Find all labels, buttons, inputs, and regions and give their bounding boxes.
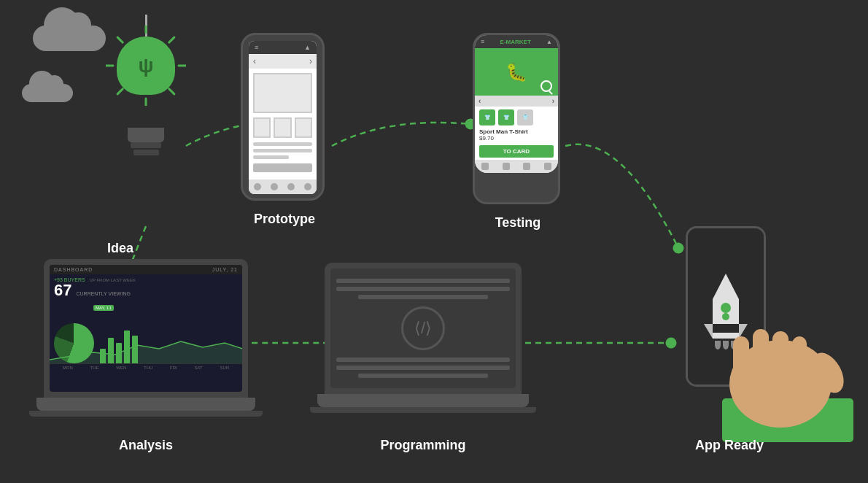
proto-line-2 — [253, 149, 312, 152]
prog-screen-inner: ⟨/⟩ — [330, 268, 516, 388]
to-card-button[interactable]: TO CARD — [479, 145, 554, 158]
testing-label: Testing — [495, 215, 541, 231]
proto-image-box — [253, 73, 312, 113]
bulb-base3 — [133, 150, 159, 155]
proto-menu-icon: ≡ — [255, 44, 258, 51]
proto-nav-arrows: ‹ › — [249, 54, 317, 69]
proto-wifi-icon: ▲ — [304, 44, 311, 51]
svg-rect-13 — [772, 331, 788, 376]
test-market-title: E-MARKET — [500, 39, 531, 45]
proto-small-boxes — [253, 117, 312, 138]
proto-right-arrow: › — [309, 56, 312, 66]
svg-line-6 — [117, 89, 123, 94]
scene: ψ Idea ≡ ▲ ‹ › — [0, 0, 868, 483]
testing-phone: ≡ E-MARKET ▲ 🐛 ‹ › 👕 👕 👕 Sport Man T-Shi… — [473, 33, 560, 204]
wave-chart — [50, 334, 242, 363]
laptop-screen-inner: DASHBOARD JULY, 21 +93 BUYERS UP FROM LA… — [50, 265, 242, 392]
buyers-sub: UP FROM LAST WEEK — [90, 278, 136, 282]
proto-left-arrow: ‹ — [253, 56, 256, 66]
idea-label: Idea — [107, 241, 133, 256]
test-thumb-2: 👕 — [498, 109, 514, 125]
laptop-screen-outer: DASHBOARD JULY, 21 +93 BUYERS UP FROM LA… — [44, 259, 248, 398]
bulb-base — [128, 128, 164, 142]
hand-container — [708, 296, 853, 445]
prog-line-4 — [336, 358, 510, 362]
test-search-icon — [540, 80, 552, 92]
x-label-sat: SAT — [194, 366, 202, 370]
test-left-arrow: ‹ — [478, 97, 481, 105]
x-label-fri: FRI — [170, 366, 177, 370]
svg-rect-12 — [753, 329, 769, 376]
svg-line-2 — [169, 37, 174, 42]
proto-button — [253, 163, 312, 172]
test-nav-gear-icon — [523, 163, 530, 170]
proto-nav-dot-4 — [304, 183, 311, 190]
test-bottom-nav — [475, 160, 558, 173]
hand-svg — [708, 296, 853, 442]
dashboard-date-marker: MAY, 11 — [93, 305, 114, 311]
dashboard-number: 67 — [54, 282, 71, 298]
cloud-2 — [22, 84, 73, 102]
cloud-1 — [33, 26, 106, 51]
svg-rect-14 — [792, 336, 807, 376]
programming-laptop: ⟨/⟩ — [325, 263, 536, 413]
laptop-base — [36, 398, 255, 411]
bulb-body: ψ — [113, 36, 179, 106]
prog-laptop-base2 — [310, 407, 536, 413]
proto-small-box-1 — [253, 117, 271, 138]
proto-small-box-2 — [274, 117, 291, 138]
x-label-tue: TUE — [90, 366, 99, 370]
proto-line-1 — [253, 142, 312, 146]
app-ready-label: App Ready — [695, 438, 764, 453]
prog-line-6 — [358, 374, 489, 378]
x-label-mon: MON — [63, 366, 73, 370]
prototype-screen: ≡ ▲ ‹ › — [249, 41, 317, 194]
test-nav-arrows: ‹ › — [475, 96, 558, 107]
laptop-base2 — [29, 411, 263, 417]
test-product-name: Sport Man T-Shirt — [475, 128, 558, 135]
bulb-filament: ψ — [138, 55, 153, 76]
test-nav-chart-icon — [544, 163, 551, 170]
test-nav-person-icon — [481, 163, 489, 170]
testing-screen: ≡ E-MARKET ▲ 🐛 ‹ › 👕 👕 👕 Sport Man T-Shi… — [475, 35, 558, 173]
analysis-laptop: DASHBOARD JULY, 21 +93 BUYERS UP FROM LA… — [44, 259, 263, 417]
test-menu-icon: ≡ — [481, 38, 484, 45]
test-product-price: $9.70 — [475, 135, 558, 143]
test-right-arrow: › — [552, 97, 554, 105]
svg-rect-11 — [733, 336, 749, 376]
analysis-label: Analysis — [119, 438, 173, 453]
x-label-sun: SUN — [220, 366, 229, 370]
prog-laptop-base — [317, 394, 529, 407]
dashboard-date: JULY, 21 — [212, 267, 238, 272]
dashboard-title: DASHBOARD — [54, 267, 93, 272]
x-label-wen: WEN — [116, 366, 126, 370]
dashboard-buyers: +93 BUYERS UP FROM LAST WEEK — [54, 277, 238, 282]
prog-line-1 — [336, 279, 510, 283]
test-thumb-1: 👕 — [479, 109, 495, 125]
prog-line-5 — [336, 366, 510, 370]
bulb-base2 — [131, 142, 161, 148]
proto-small-box-3 — [295, 117, 312, 138]
dashboard-chart: MAY, 11 — [50, 301, 242, 363]
dashboard-header: DASHBOARD JULY, 21 — [50, 265, 242, 274]
prototype-phone: ≡ ▲ ‹ › — [241, 33, 325, 201]
proto-nav — [249, 179, 317, 194]
test-thumb-3: 👕 — [517, 109, 533, 125]
app-ready-container — [671, 226, 839, 430]
proto-nav-dot-1 — [254, 183, 261, 190]
proto-nav-dot-2 — [271, 183, 278, 190]
x-label-thu: THU — [144, 366, 152, 370]
test-header: ≡ E-MARKET ▲ — [475, 35, 558, 48]
test-nav-heart-icon — [503, 163, 510, 170]
dashboard-viewing: CURRENTLY VIEWING — [76, 291, 130, 296]
prog-screen-outer: ⟨/⟩ — [325, 263, 522, 394]
test-thumbs: 👕 👕 👕 — [475, 107, 558, 128]
idea-lightbulb: ψ — [113, 15, 179, 155]
prog-line-2 — [336, 287, 510, 291]
dashboard-x-axis: MON TUE WEN THU FRI SAT SUN — [50, 363, 242, 371]
prototype-top-bar: ≡ ▲ — [249, 41, 317, 54]
proto-nav-dot-3 — [287, 183, 295, 190]
test-wifi-icon: ▲ — [546, 39, 552, 45]
dashboard-number-row: 67 CURRENTLY VIEWING — [54, 282, 238, 298]
proto-line-short — [253, 155, 289, 159]
